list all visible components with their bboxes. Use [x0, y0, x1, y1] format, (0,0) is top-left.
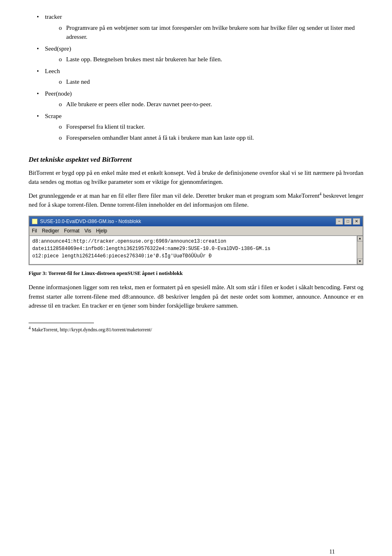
leech-sub-list: Laste ned: [57, 77, 363, 87]
footnote-number: 4: [29, 326, 31, 330]
tracker-sub-item: Programvare på en webtjener som tar imot…: [57, 23, 363, 42]
menu-hjelp[interactable]: Hjelp: [96, 227, 107, 234]
scrape-label: Scrape: [45, 113, 62, 119]
notepad-icon: [32, 219, 38, 224]
menu-fil[interactable]: Fil: [32, 227, 37, 234]
peer-sub-item: Alle brukere er peers eller node. Derav …: [57, 100, 363, 109]
menu-rediger[interactable]: Rediger: [42, 227, 59, 234]
seed-label: Seed(spre): [45, 45, 71, 52]
seed-sub-list: Laste opp. Betegnelsen brukes mest når b…: [57, 55, 363, 64]
close-button[interactable]: ✕: [353, 218, 360, 225]
footnote-divider: [29, 323, 94, 323]
peer-label: Peer(node): [45, 90, 72, 97]
notepad-body: d8:announce41:http://tracker.opensuse.or…: [29, 236, 363, 264]
paragraph-2-text1: Det grunnleggende er at man har en fil e…: [29, 192, 319, 199]
scroll-down-arrow[interactable]: ▼: [357, 259, 363, 264]
tracker-sub-list: Programvare på en webtjener som tar imot…: [57, 23, 363, 42]
seed-item: Seed(spre) Laste opp. Betegnelsen brukes…: [37, 44, 363, 64]
peer-sub-text: Alle brukere er peers eller node. Derav …: [66, 101, 212, 107]
peer-item: Peer(node) Alle brukere er peers eller n…: [37, 89, 363, 109]
notepad-titlebar: SUSE-10.0-EvalDVD-i386-GM.iso - Notisblo…: [29, 217, 363, 226]
page-number: 11: [330, 547, 335, 556]
menu-format[interactable]: Format: [64, 227, 80, 234]
seed-sub-item: Laste opp. Betegnelsen brukes mest når b…: [57, 55, 363, 64]
main-bullet-list: tracker Programvare på en webtjener som …: [37, 12, 363, 142]
notepad-text: d8:announce41:http://tracker.opensuse.or…: [32, 238, 354, 260]
scroll-up-arrow[interactable]: ▲: [357, 236, 363, 241]
seed-sub-text: Laste opp. Betegnelsen brukes mest når b…: [66, 56, 222, 63]
footnote-text: 4 MakeTorrent, http://krypt.dyndns.org:8…: [29, 325, 363, 333]
scrape-sub1-item: Forespørsel fra klient til tracker.: [57, 122, 363, 132]
notepad-scrollbar[interactable]: ▲ ▼: [357, 236, 363, 264]
leech-item: Leech Laste ned: [37, 67, 363, 87]
tracker-label: tracker: [45, 13, 62, 20]
tracker-sub-text: Programvare på en webtjener som tar imot…: [66, 25, 355, 40]
tracker-item: tracker Programvare på en webtjener som …: [37, 12, 363, 42]
scrape-sub1-text: Forespørsel fra klient til tracker.: [66, 123, 145, 130]
leech-label: Leech: [45, 68, 60, 74]
figure-caption: Figur 3: Torrent-fil for Linux-distroen …: [29, 269, 363, 277]
notepad-controls: − □ ✕: [336, 218, 360, 225]
scrape-item: Scrape Forespørsel fra klient til tracke…: [37, 112, 363, 143]
scrape-sub2-text: Forespørselen omhandler blant annet å få…: [66, 134, 254, 141]
peer-sub-list: Alle brukere er peers eller node. Derav …: [57, 100, 363, 109]
notepad-content-area: d8:announce41:http://tracker.opensuse.or…: [29, 236, 357, 264]
paragraph-1: BitTorrent er bygd opp på en enkel måte …: [29, 168, 363, 187]
notepad-title: SUSE-10.0-EvalDVD-i386-GM.iso - Notisblo…: [40, 218, 141, 225]
menu-vis[interactable]: Vis: [85, 227, 91, 234]
notepad-window: SUSE-10.0-EvalDVD-i386-GM.iso - Notisblo…: [29, 216, 363, 265]
paragraph-3: Denne informasjonen ligger som ren tekst…: [29, 283, 363, 310]
notepad-menubar: Fil Rediger Format Vis Hjelp: [29, 226, 363, 236]
maximize-button[interactable]: □: [344, 218, 352, 225]
leech-sub-item: Laste ned: [57, 77, 363, 87]
scrape-sub2-item: Forespørselen omhandler blant annet å få…: [57, 133, 363, 143]
paragraph-2: Det grunnleggende er at man har en fil e…: [29, 191, 363, 210]
minimize-button[interactable]: −: [336, 218, 343, 225]
footnote-content: MakeTorrent, http://krypt.dyndns.org:81/…: [32, 327, 152, 333]
leech-sub-text: Laste ned: [66, 78, 90, 85]
notepad-title-area: SUSE-10.0-EvalDVD-i386-GM.iso - Notisblo…: [32, 218, 141, 225]
section-heading: Det tekniske aspektet ved BitTorrent: [29, 154, 363, 165]
scrape-sub-list: Forespørsel fra klient til tracker. Fore…: [57, 122, 363, 142]
